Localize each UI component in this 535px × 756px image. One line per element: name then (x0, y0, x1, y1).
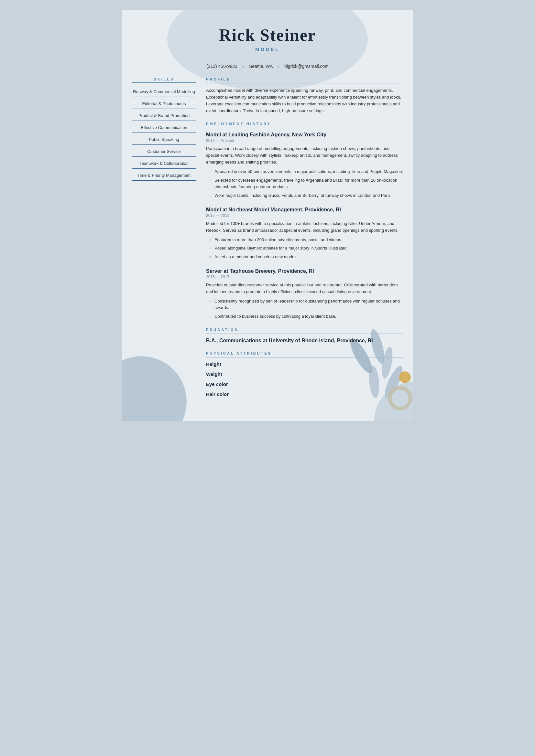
location: Seattle, WA (249, 64, 273, 69)
main-right: PROFILE Accomplished model with diverse … (206, 77, 403, 401)
skill-editorial: Editorial & Photoshoots (132, 98, 196, 109)
skill-time: Time & Priority Management (132, 170, 196, 181)
main-content: SKILLS Runway & Commercial Modelling Edi… (122, 74, 413, 401)
job-3-dates: 2015 — 2017 (206, 275, 403, 279)
bullet-item: Consistently recognized by senior leader… (209, 298, 403, 311)
skill-customer: Customer Service (132, 147, 196, 157)
physical-section: PHYSICAL ATTRIBUTES Height Weight Eye co… (206, 351, 403, 397)
job-1-dates: 2019 — Present (206, 138, 403, 143)
employment-label: EMPLOYMENT HISTORY (206, 122, 403, 128)
job-2-bullets: Featured in more than 200 online adverti… (206, 237, 403, 260)
job-3: Server at Taphouse Brewery, Providence, … (206, 268, 403, 320)
physical-eye: Eye color (206, 381, 403, 387)
job-2: Model at Northeast Model Management, Pro… (206, 207, 403, 260)
skill-runway: Runway & Commercial Modelling (132, 87, 196, 97)
sep1: ○ (242, 64, 244, 69)
job-1-desc: Participate in a broad range of modellin… (206, 146, 403, 166)
job-1-bullets: Appeared in over 50 print advertisements… (206, 168, 403, 199)
skills-label: SKILLS (132, 77, 196, 83)
education-label: EDUCATION (206, 328, 403, 334)
job-3-bullets: Consistently recognized by senior leader… (206, 298, 403, 320)
job-1-title: Model at Leading Fashion Agency, New Yor… (206, 132, 403, 138)
sidebar: SKILLS Runway & Commercial Modelling Edi… (132, 77, 196, 401)
skill-speaking: Public Speaking (132, 134, 196, 145)
employment-section: EMPLOYMENT HISTORY Model at Leading Fash… (206, 122, 403, 320)
job-2-desc: Modelled for 100+ brands with a speciali… (206, 220, 403, 234)
email: bigrick@gmsmail.com (284, 64, 329, 69)
bullet-item: Appeared in over 50 print advertisements… (209, 168, 403, 175)
physical-height: Height (206, 361, 403, 367)
bullet-item: Wore major labels, including Gucci, Fend… (209, 192, 403, 199)
profile-text: Accomplished model with diverse experien… (206, 87, 403, 114)
physical-weight: Weight (206, 371, 403, 377)
contact-bar: (312) 456-9823 ○ Seattle, WA ○ bigrick@g… (122, 59, 413, 74)
job-3-title: Server at Taphouse Brewery, Providence, … (206, 268, 403, 274)
profile-section: PROFILE Accomplished model with diverse … (206, 77, 403, 114)
bullet-item: Contributed to business success by culti… (209, 313, 403, 320)
phone: (312) 456-9823 (206, 64, 238, 69)
bullet-item: Acted as a mentor and coach to new model… (209, 254, 403, 260)
job-3-desc: Provided outstanding customer service at… (206, 282, 403, 295)
physical-hair: Hair color (206, 392, 403, 397)
education-section: EDUCATION B.A., Communications at Univer… (206, 328, 403, 343)
bullet-item: Featured in more than 200 online adverti… (209, 237, 403, 243)
skill-teamwork: Teamwork & Collaboration (132, 158, 196, 169)
sep2: ○ (277, 64, 280, 69)
profile-label: PROFILE (206, 77, 403, 83)
name: Rick Steiner (135, 26, 400, 44)
job-1: Model at Leading Fashion Agency, New Yor… (206, 132, 403, 199)
education-degree: B.A., Communications at University of Rh… (206, 338, 403, 343)
skill-product: Product & Brand Promotion (132, 111, 196, 121)
header: Rick Steiner MODEL (122, 10, 413, 59)
bullet-item: Posed alongside Olympic athletes for a m… (209, 245, 403, 252)
bullet-item: Selected for overseas engagements, trave… (209, 177, 403, 191)
title: MODEL (135, 47, 400, 52)
resume-page: Rick Steiner MODEL (312) 456-9823 ○ Seat… (122, 10, 413, 421)
job-2-title: Model at Northeast Model Management, Pro… (206, 207, 403, 213)
skills-list: Runway & Commercial Modelling Editorial … (132, 87, 196, 181)
skill-communication: Effective Communication (132, 122, 196, 133)
job-2-dates: 2017 — 2019 (206, 213, 403, 218)
physical-label: PHYSICAL ATTRIBUTES (206, 351, 403, 358)
